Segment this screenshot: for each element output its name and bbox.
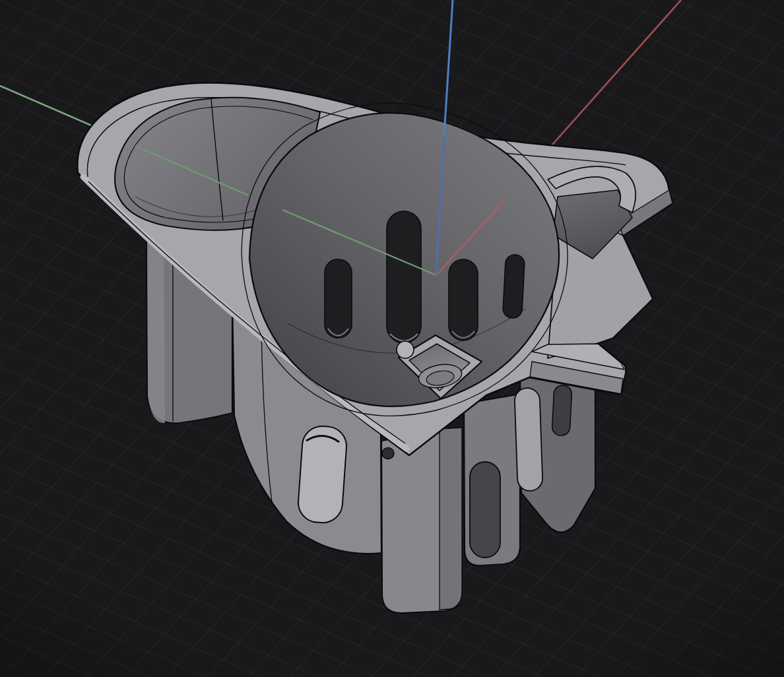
cad-viewport[interactable] <box>0 0 784 677</box>
viewport-vignette <box>0 0 784 677</box>
viewport-canvas[interactable] <box>0 0 784 677</box>
